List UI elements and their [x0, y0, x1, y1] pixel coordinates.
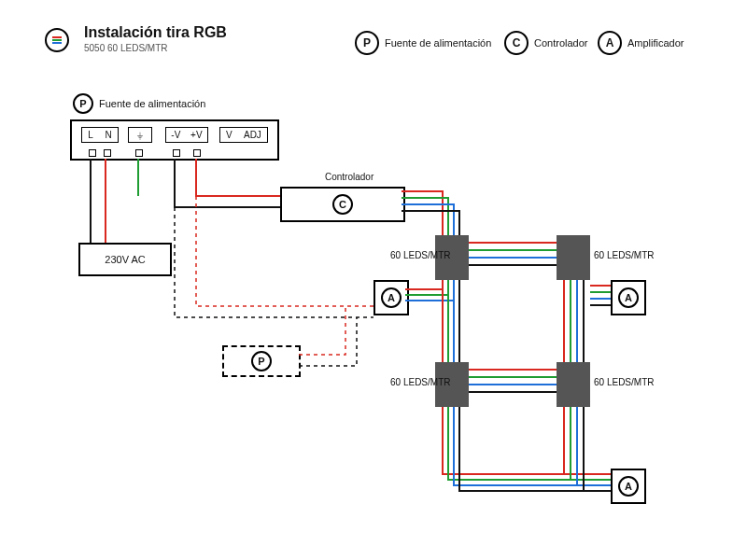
amp-1-symbol: A [381, 287, 402, 308]
psu-symbol: P [73, 93, 93, 114]
controller-box: C [280, 187, 405, 222]
psu-term-gnd: ⏚ [137, 130, 143, 140]
led-label-3: 60 LEDS/MTR [390, 377, 450, 387]
controller-symbol: C [332, 194, 353, 215]
psu-term-minusV: -V [171, 130, 180, 140]
psu-term-ADJ: ADJ [244, 130, 261, 140]
optional-psu: P [222, 345, 301, 377]
controller-label: Controlador [325, 172, 374, 182]
legend-controller: C Controlador [504, 31, 587, 55]
psu-term-V: V [226, 130, 233, 140]
optional-psu-symbol: P [251, 351, 272, 371]
page-title: Instalación tira RGB [84, 24, 227, 41]
legend-amp-label: Amplificador [627, 37, 684, 49]
psu-label: Fuente de alimentación [99, 98, 205, 109]
led-conn-2 [557, 235, 590, 280]
psu-header: P Fuente de alimentación [73, 93, 205, 114]
psu-term-N: N [105, 130, 111, 140]
led-label-2: 60 LEDS/MTR [594, 250, 654, 260]
legend-amp: A Amplificador [598, 31, 684, 55]
ac-source: 230V AC [78, 243, 172, 276]
amp-3: A [611, 469, 646, 504]
legend-controller-label: Controlador [534, 37, 587, 49]
psu-box: L N ⏚ -V +V V ADJ [70, 119, 279, 161]
led-conn-4 [557, 362, 590, 407]
led-label-1: 60 LEDS/MTR [390, 250, 450, 260]
logo-icon [45, 28, 69, 52]
amp-icon: A [598, 31, 622, 55]
page-subtitle: 5050 60 LEDS/MTR [84, 43, 168, 53]
psu-term-L: L [88, 130, 93, 140]
legend-psu: P Fuente de alimentación [355, 31, 491, 55]
amp-2: A [611, 280, 646, 315]
psu-icon: P [355, 31, 379, 55]
led-label-4: 60 LEDS/MTR [594, 377, 654, 387]
amp-2-symbol: A [618, 287, 639, 308]
amp-3-symbol: A [618, 476, 639, 497]
controller-icon: C [504, 31, 529, 55]
psu-term-plusV: +V [190, 130, 203, 140]
legend-psu-label: Fuente de alimentación [385, 37, 491, 49]
amp-1: A [374, 280, 409, 315]
